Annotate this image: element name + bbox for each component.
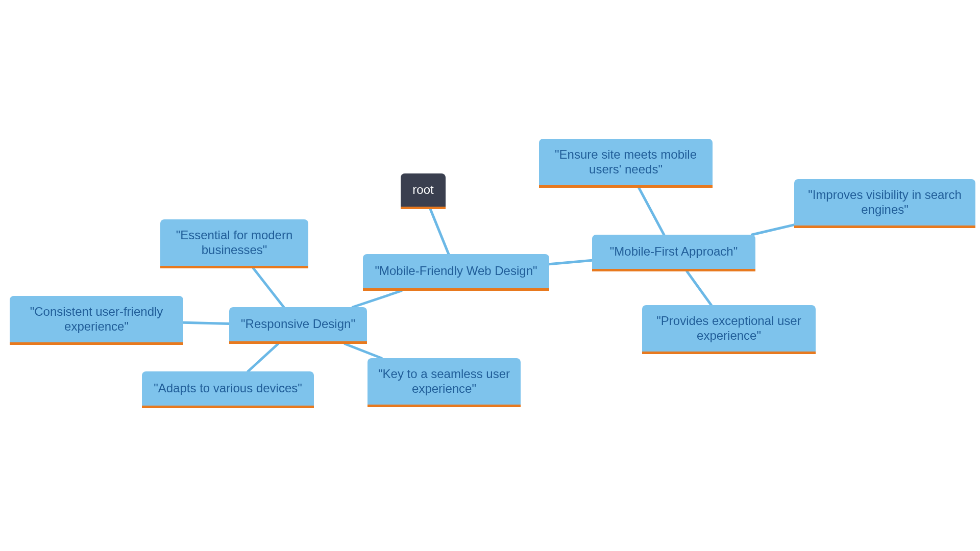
node-essential-for-modern-businesses[interactable]: "Essential for modern businesses" [160,219,308,268]
node-label: "Essential for modern businesses" [167,228,301,258]
node-responsive-design[interactable]: "Responsive Design" [229,307,367,344]
svg-line-0 [430,209,449,254]
node-label: "Responsive Design" [241,317,355,332]
node-label: "Mobile-Friendly Web Design" [375,264,537,279]
node-label: "Adapts to various devices" [154,381,302,396]
svg-line-1 [353,291,401,307]
svg-line-9 [687,271,712,305]
node-mobile-first-approach[interactable]: "Mobile-First Approach" [592,235,755,271]
svg-line-3 [254,268,284,307]
node-adapts-to-various-devices[interactable]: "Adapts to various devices" [142,371,314,408]
node-label: "Improves visibility in search engines" [801,188,968,217]
node-key-to-seamless-user-experience[interactable]: "Key to a seamless user experience" [368,358,521,407]
node-improves-visibility-in-search-engines[interactable]: "Improves visibility in search engines" [794,179,975,228]
svg-line-8 [752,225,794,235]
node-label: root [412,183,433,197]
node-ensure-site-meets-mobile-users-needs[interactable]: "Ensure site meets mobile users' needs" [539,139,713,188]
node-label: "Provides exceptional user experience" [649,314,808,343]
node-label: "Ensure site meets mobile users' needs" [546,147,705,177]
svg-line-5 [248,344,278,371]
node-consistent-user-friendly-experience[interactable]: "Consistent user-friendly experience" [10,296,183,345]
svg-line-7 [639,188,664,235]
svg-line-2 [549,260,592,264]
node-label: "Mobile-First Approach" [610,244,738,259]
mindmap-canvas: root "Mobile-Friendly Web Design" "Respo… [0,0,980,551]
svg-line-6 [345,344,382,358]
node-label: "Consistent user-friendly experience" [17,305,176,334]
svg-line-4 [183,322,229,323]
node-mobile-friendly-web-design[interactable]: "Mobile-Friendly Web Design" [363,254,549,291]
node-root[interactable]: root [401,173,446,209]
node-label: "Key to a seamless user experience" [375,367,513,396]
node-provides-exceptional-user-experience[interactable]: "Provides exceptional user experience" [642,305,816,354]
